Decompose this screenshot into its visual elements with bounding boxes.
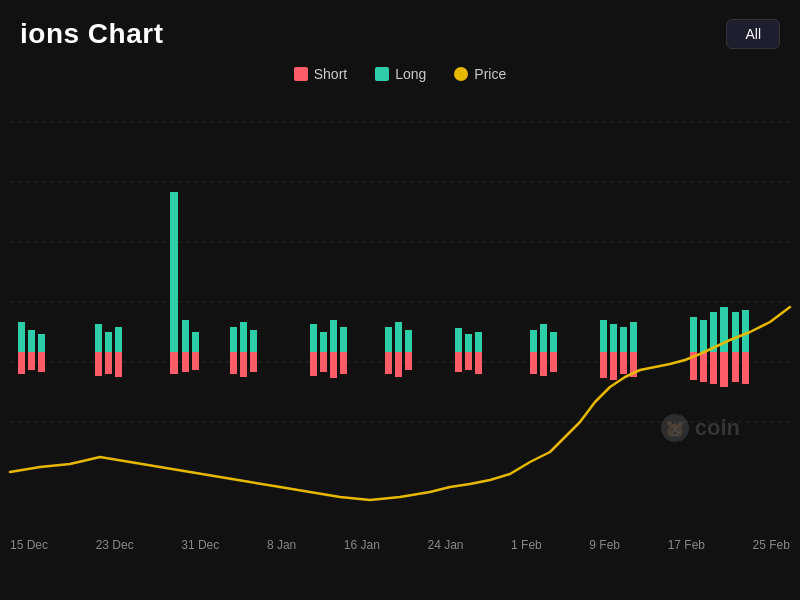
svg-rect-28	[250, 330, 257, 352]
svg-rect-41	[395, 352, 402, 377]
svg-rect-66	[700, 320, 707, 352]
svg-rect-29	[250, 352, 257, 372]
svg-rect-31	[310, 352, 317, 376]
x-label-7: 9 Feb	[589, 538, 620, 552]
svg-rect-11	[38, 352, 45, 372]
short-label: Short	[314, 66, 347, 82]
svg-rect-61	[620, 352, 627, 374]
x-label-5: 24 Jan	[427, 538, 463, 552]
price-label: Price	[474, 66, 506, 82]
svg-rect-34	[330, 320, 337, 352]
svg-rect-64	[690, 317, 697, 352]
svg-rect-48	[475, 332, 482, 352]
x-label-3: 8 Jan	[267, 538, 296, 552]
x-label-1: 23 Dec	[96, 538, 134, 552]
svg-rect-46	[465, 334, 472, 352]
svg-rect-6	[18, 322, 25, 352]
long-dot	[375, 67, 389, 81]
svg-rect-62	[630, 322, 637, 352]
svg-rect-22	[192, 332, 199, 352]
svg-rect-51	[530, 352, 537, 374]
svg-rect-27	[240, 352, 247, 377]
svg-rect-44	[455, 328, 462, 352]
price-dot	[454, 67, 468, 81]
svg-rect-32	[320, 332, 327, 352]
svg-rect-52	[540, 324, 547, 352]
svg-rect-71	[720, 352, 728, 387]
svg-rect-15	[105, 352, 112, 374]
svg-rect-39	[385, 352, 392, 374]
svg-rect-42	[405, 330, 412, 352]
svg-rect-25	[230, 352, 237, 374]
svg-rect-37	[340, 352, 347, 374]
svg-rect-10	[38, 334, 45, 352]
svg-rect-24	[230, 327, 237, 352]
all-button[interactable]: All	[726, 19, 780, 49]
long-label: Long	[395, 66, 426, 82]
legend-price: Price	[454, 66, 506, 82]
svg-rect-18	[170, 192, 178, 352]
x-axis: 15 Dec 23 Dec 31 Dec 8 Jan 16 Jan 24 Jan…	[0, 538, 800, 552]
svg-rect-45	[455, 352, 462, 372]
x-label-6: 1 Feb	[511, 538, 542, 552]
svg-rect-14	[105, 332, 112, 352]
svg-rect-35	[330, 352, 337, 378]
legend-long: Long	[375, 66, 426, 82]
x-label-8: 17 Feb	[668, 538, 705, 552]
svg-rect-67	[700, 352, 707, 382]
x-label-4: 16 Jan	[344, 538, 380, 552]
svg-rect-54	[550, 332, 557, 352]
svg-rect-59	[610, 352, 617, 380]
svg-rect-60	[620, 327, 627, 352]
svg-rect-30	[310, 324, 317, 352]
svg-rect-36	[340, 327, 347, 352]
svg-rect-7	[18, 352, 25, 374]
svg-rect-55	[550, 352, 557, 372]
svg-rect-49	[475, 352, 482, 374]
short-dot	[294, 67, 308, 81]
legend-short: Short	[294, 66, 347, 82]
svg-rect-21	[182, 352, 189, 372]
svg-rect-58	[610, 324, 617, 352]
svg-rect-40	[395, 322, 402, 352]
svg-rect-56	[600, 320, 607, 352]
svg-rect-13	[95, 352, 102, 376]
svg-rect-74	[742, 310, 749, 352]
svg-rect-26	[240, 322, 247, 352]
svg-rect-23	[192, 352, 199, 370]
svg-rect-38	[385, 327, 392, 352]
svg-rect-73	[732, 352, 739, 382]
svg-rect-12	[95, 324, 102, 352]
svg-rect-20	[182, 320, 189, 352]
svg-rect-72	[732, 312, 739, 352]
svg-rect-19	[170, 352, 178, 374]
svg-rect-47	[465, 352, 472, 370]
x-label-2: 31 Dec	[181, 538, 219, 552]
svg-rect-53	[540, 352, 547, 376]
chart-legend: Short Long Price	[0, 60, 800, 92]
svg-rect-43	[405, 352, 412, 370]
x-label-9: 25 Feb	[753, 538, 790, 552]
svg-rect-9	[28, 352, 35, 370]
svg-rect-50	[530, 330, 537, 352]
chart-header: ions Chart All	[0, 0, 800, 60]
svg-rect-33	[320, 352, 327, 372]
chart-title: ions Chart	[20, 18, 163, 50]
svg-rect-16	[115, 327, 122, 352]
svg-rect-8	[28, 330, 35, 352]
x-label-0: 15 Dec	[10, 538, 48, 552]
svg-rect-57	[600, 352, 607, 378]
chart-svg	[0, 92, 800, 542]
svg-rect-75	[742, 352, 749, 384]
svg-rect-69	[710, 352, 717, 384]
svg-rect-17	[115, 352, 122, 377]
main-container: ions Chart All Short Long Price	[0, 0, 800, 600]
chart-area: 🐹 coin 15 Dec 23 Dec 31 Dec 8 Jan 16 Jan…	[0, 92, 800, 562]
